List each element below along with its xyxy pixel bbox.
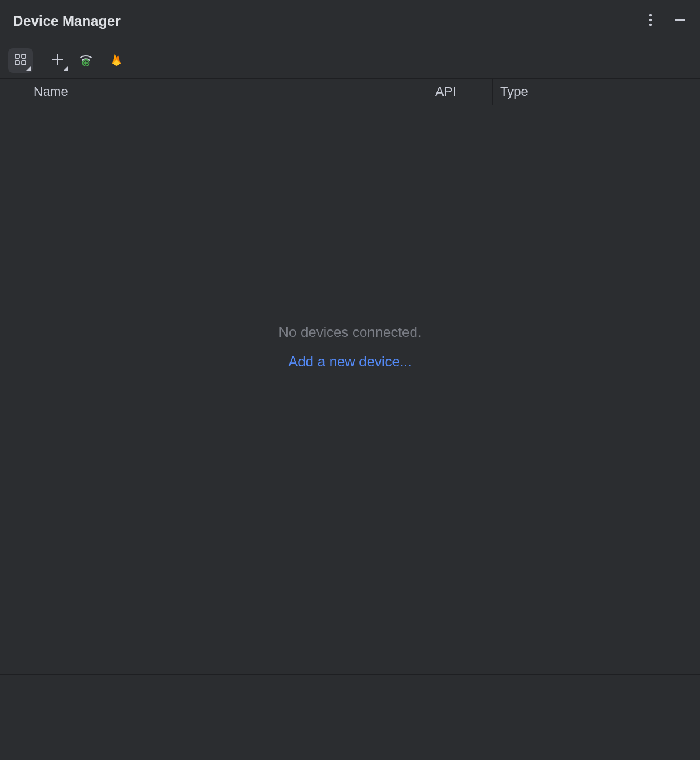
device-explorer-button[interactable]: [8, 48, 33, 73]
title-actions: [641, 12, 689, 31]
minimize-icon: [674, 14, 686, 29]
column-header-name[interactable]: Name: [26, 79, 428, 105]
svg-rect-12: [84, 62, 88, 64]
panel-title: Device Manager: [13, 13, 121, 29]
svg-rect-5: [22, 54, 26, 58]
toolbar: [0, 42, 700, 79]
column-header-type[interactable]: Type: [492, 79, 574, 105]
minimize-button[interactable]: [671, 12, 689, 31]
plus-icon: [51, 52, 65, 69]
svg-rect-7: [22, 61, 26, 65]
more-vertical-icon: [649, 13, 652, 29]
toolbar-separator: [39, 51, 39, 70]
empty-state-message: No devices connected.: [279, 324, 422, 341]
svg-rect-6: [15, 61, 19, 65]
svg-rect-3: [675, 19, 685, 21]
add-new-device-link[interactable]: Add a new device...: [288, 354, 411, 370]
column-header-form-factor[interactable]: [0, 79, 26, 105]
svg-point-0: [649, 14, 652, 16]
column-header-actions: [574, 79, 700, 105]
svg-rect-4: [15, 54, 19, 58]
svg-point-1: [649, 18, 652, 21]
wifi-add-icon: [79, 52, 95, 69]
svg-rect-9: [52, 59, 63, 60]
dropdown-indicator-icon: [64, 66, 68, 71]
create-device-button[interactable]: [45, 48, 70, 73]
titlebar: Device Manager: [0, 0, 700, 42]
firebase-icon: [110, 52, 123, 69]
firebase-button[interactable]: [104, 48, 129, 73]
pair-wifi-button[interactable]: [75, 48, 99, 73]
grid-icon: [14, 52, 28, 69]
column-header-api[interactable]: API: [428, 79, 492, 105]
dropdown-indicator-icon: [26, 66, 31, 71]
more-options-button[interactable]: [641, 12, 660, 31]
svg-point-2: [649, 23, 652, 25]
footer-area: [0, 675, 700, 760]
device-list-area: No devices connected. Add a new device..…: [0, 105, 700, 675]
table-header: Name API Type: [0, 79, 700, 105]
